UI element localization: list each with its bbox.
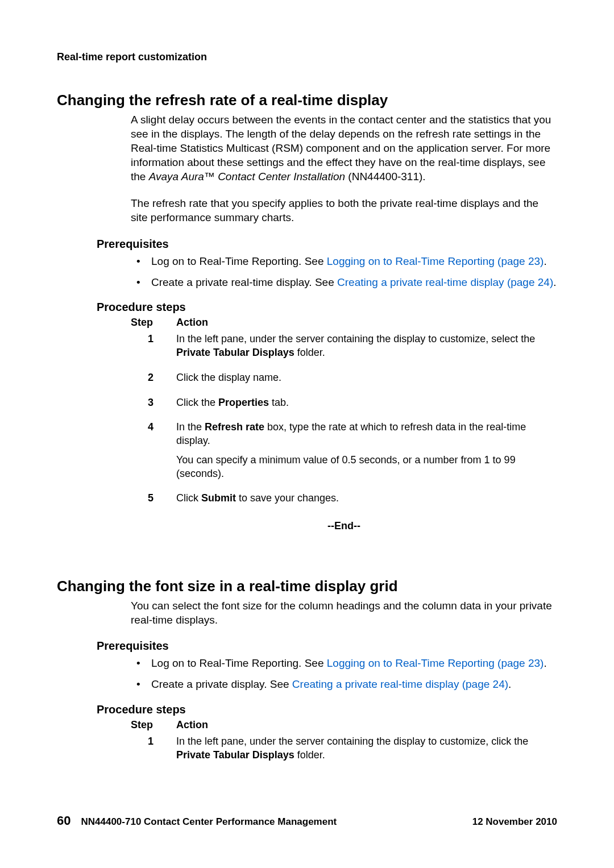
step-number: 4 [131,421,176,486]
steps-header-step: Step [131,316,176,330]
section2-prereq-heading: Prerequisites [97,639,557,653]
footer-date: 12 November 2010 [472,816,557,828]
step-action: In the Refresh rate box, type the rate a… [176,421,557,486]
step-bold: Private Tabular Displays [176,749,294,761]
section2-steps-heading: Procedure steps [97,703,557,716]
section2-title: Changing the font size in a real-time di… [57,578,557,595]
page: Real-time report customization Changing … [0,0,614,868]
step-action: In the left pane, under the server conta… [176,333,557,366]
prereq-after: . [508,678,511,690]
table-row: 1 In the left pane, under the server con… [131,735,557,768]
end-marker: --End-- [131,520,557,532]
prereq-after: . [544,255,546,267]
step-bold: Private Tabular Displays [176,347,294,358]
step-text: Click the [176,397,218,408]
page-number: 60 [57,813,70,828]
step-number: 2 [131,371,176,391]
section1-steps-table: Step Action 1 In the left pane, under th… [131,316,557,512]
step-action: In the left pane, under the server conta… [176,735,557,768]
step-number: 1 [131,333,176,366]
prereq-text: Create a private display. See [151,678,292,690]
prereq-after: . [544,657,546,669]
table-row: 5 Click Submit to save your changes. [131,492,557,511]
step-action: Click the Properties tab. [176,396,557,416]
step-number: 3 [131,396,176,416]
section1-prereq-item: Create a private real-time display. See … [131,275,557,289]
step-text: folder. [294,749,325,761]
section2-prereq-list: Log on to Real-Time Reporting. See Loggi… [131,656,557,691]
section2-para1: You can select the font size for the col… [131,599,557,627]
step-number: 5 [131,492,176,511]
section2-prereq-item: Create a private display. See Creating a… [131,677,557,691]
prereq-text: Log on to Real-Time Reporting. See [151,657,327,669]
steps-header-row: Step Action [131,316,557,330]
section1-prereq-list: Log on to Real-Time Reporting. See Loggi… [131,254,557,289]
step-bold: Submit [201,492,236,504]
step-bold: Properties [218,397,269,408]
section1-para1b: (NN44400-311). [345,171,426,182]
step-number: 1 [131,735,176,768]
step-bold: Refresh rate [205,421,264,433]
prereq-text: Create a private real-time display. See [151,276,337,288]
step-text: tab. [269,397,289,408]
prereq-text: Log on to Real-Time Reporting. See [151,255,327,267]
section1-body: A slight delay occurs between the events… [131,113,557,225]
step-action: Click the display name. [176,371,557,391]
section1-steps-heading: Procedure steps [97,301,557,314]
section1-title: Changing the refresh rate of a real-time… [57,92,557,109]
step-action: Click Submit to save your changes. [176,492,557,511]
prereq-after: . [553,276,556,288]
section1-para2: The refresh rate that you specify applie… [131,196,557,225]
step-text: Click the display name. [176,372,281,383]
section2-prereq-item: Log on to Real-Time Reporting. See Loggi… [131,656,557,670]
step-text: In the [176,421,205,433]
step-extra: You can specify a minimum value of 0.5 s… [176,454,557,481]
prereq-link[interactable]: Logging on to Real-Time Reporting (page … [327,255,544,267]
steps-header-step: Step [131,719,176,732]
step-text: In the left pane, under the server conta… [176,736,528,747]
section1-prereq-item: Log on to Real-Time Reporting. See Loggi… [131,254,557,268]
section1-para1: A slight delay occurs between the events… [131,113,557,184]
section2-body: You can select the font size for the col… [131,599,557,627]
footer-left: 60 NN44400-710 Contact Center Performanc… [57,813,337,828]
running-header: Real-time report customization [57,51,557,63]
table-row: 4 In the Refresh rate box, type the rate… [131,421,557,486]
section2-steps-table: Step Action 1 In the left pane, under th… [131,719,557,768]
section1-prereq-heading: Prerequisites [97,238,557,251]
step-text: folder. [294,347,325,358]
page-footer: 60 NN44400-710 Contact Center Performanc… [57,813,557,828]
step-text: to save your changes. [236,492,339,504]
footer-doc-title: NN44400-710 Contact Center Performance M… [81,816,337,828]
table-row: 1 In the left pane, under the server con… [131,333,557,366]
steps-header-row: Step Action [131,719,557,732]
step-text: In the left pane, under the server conta… [176,333,535,344]
steps-header-action: Action [176,316,557,330]
table-row: 2 Click the display name. [131,371,557,391]
prereq-link[interactable]: Creating a private real-time display (pa… [337,276,553,288]
steps-header-action: Action [176,719,557,732]
step-text: Click [176,492,201,504]
section1-para1-italic: Avaya Aura™ Contact Center Installation [149,171,345,182]
table-row: 3 Click the Properties tab. [131,396,557,416]
prereq-link[interactable]: Logging on to Real-Time Reporting (page … [327,657,544,669]
prereq-link[interactable]: Creating a private real-time display (pa… [292,678,508,690]
